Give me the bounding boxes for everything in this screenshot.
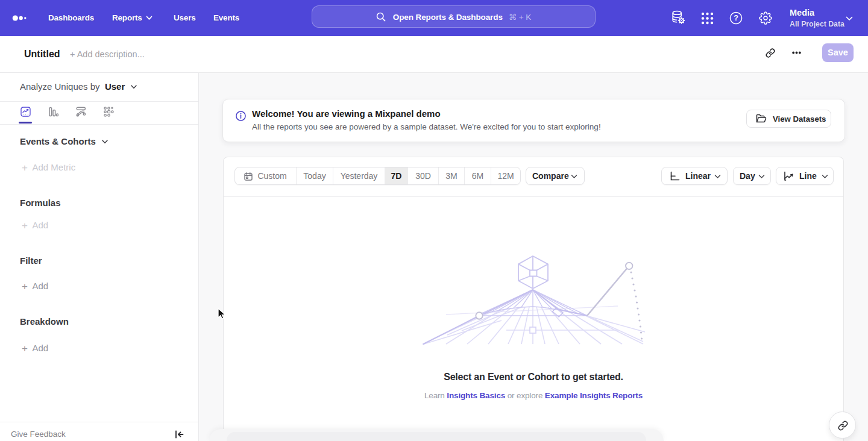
svg-text:?: ? xyxy=(734,14,738,22)
